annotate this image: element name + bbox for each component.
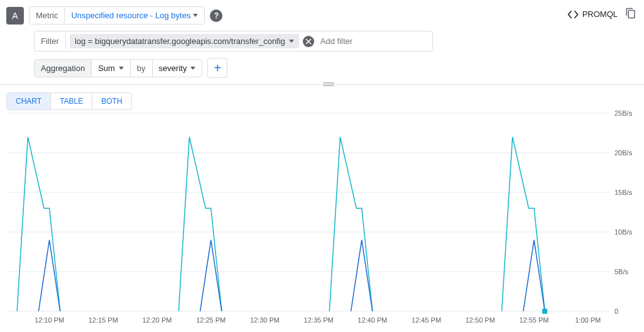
metric-value-dropdown[interactable]: Unspecified resource - Log bytes xyxy=(65,7,204,24)
aggregation-fn-text: Sum xyxy=(98,64,115,73)
svg-text:5B/s: 5B/s xyxy=(614,268,629,275)
svg-text:12:55 PM: 12:55 PM xyxy=(519,316,548,324)
svg-text:12:30 PM: 12:30 PM xyxy=(250,316,280,324)
aggregation-by-label: by xyxy=(131,60,153,77)
aggregation-group-text: severity xyxy=(159,64,187,73)
svg-text:20B/s: 20B/s xyxy=(614,149,633,157)
svg-text:12:45 PM: 12:45 PM xyxy=(412,316,441,324)
chart-area: 05B/s10B/s15B/s20B/s25B/s12:10 PM12:15 P… xyxy=(0,110,644,332)
svg-rect-23 xyxy=(542,309,547,314)
chevron-down-icon xyxy=(190,67,195,70)
svg-text:12:20 PM: 12:20 PM xyxy=(142,316,172,324)
svg-text:1:00 PM: 1:00 PM xyxy=(575,316,601,324)
svg-text:0: 0 xyxy=(614,307,618,315)
svg-text:15B/s: 15B/s xyxy=(614,189,633,196)
filter-chip[interactable]: log = bigquerydatatransfer.googleapis.co… xyxy=(70,34,299,48)
code-icon xyxy=(567,10,579,19)
aggregation-label: Aggregation xyxy=(35,60,92,77)
metric-value-text: Unspecified resource - Log bytes xyxy=(71,11,190,20)
query-badge: A xyxy=(6,7,24,25)
svg-text:10B/s: 10B/s xyxy=(614,228,633,236)
help-icon[interactable]: ? xyxy=(210,9,222,22)
svg-text:12:10 PM: 12:10 PM xyxy=(35,316,64,324)
svg-text:12:50 PM: 12:50 PM xyxy=(466,316,495,324)
chevron-down-icon xyxy=(289,40,294,43)
aggregation-group: Aggregation Sum by severity xyxy=(34,59,202,77)
svg-text:25B/s: 25B/s xyxy=(614,110,633,117)
svg-text:12:40 PM: 12:40 PM xyxy=(357,316,387,324)
aggregation-group-dropdown[interactable]: severity xyxy=(153,60,202,77)
add-aggregation-button[interactable]: + xyxy=(207,58,227,78)
metric-selector: Metric Unspecified resource - Log bytes xyxy=(29,6,205,25)
chart-svg[interactable]: 05B/s10B/s15B/s20B/s25B/s12:10 PM12:15 P… xyxy=(6,110,638,332)
filter-label: Filter xyxy=(35,33,66,50)
svg-text:12:25 PM: 12:25 PM xyxy=(196,316,226,324)
add-filter-input[interactable] xyxy=(314,33,432,50)
aggregation-fn-dropdown[interactable]: Sum xyxy=(92,60,131,77)
filter-box: Filter log = bigquerydatatransfer.google… xyxy=(34,31,433,52)
view-tabs: CHART TABLE BOTH xyxy=(6,92,132,110)
resize-handle[interactable] xyxy=(0,84,644,85)
svg-text:12:15 PM: 12:15 PM xyxy=(89,316,118,324)
tab-chart[interactable]: CHART xyxy=(7,93,51,109)
filter-chip-text: log = bigquerydatatransfer.googleapis.co… xyxy=(75,36,285,46)
filter-chip-remove[interactable] xyxy=(303,36,314,47)
copy-icon[interactable] xyxy=(625,8,636,21)
chevron-down-icon xyxy=(193,14,198,17)
svg-text:12:35 PM: 12:35 PM xyxy=(304,316,334,324)
promql-label: PROMQL xyxy=(582,9,618,19)
promql-button[interactable]: PROMQL xyxy=(567,9,618,19)
chevron-down-icon xyxy=(119,67,124,70)
tab-both[interactable]: BOTH xyxy=(92,93,131,109)
tab-table[interactable]: TABLE xyxy=(51,93,92,109)
metric-label: Metric xyxy=(30,7,65,24)
